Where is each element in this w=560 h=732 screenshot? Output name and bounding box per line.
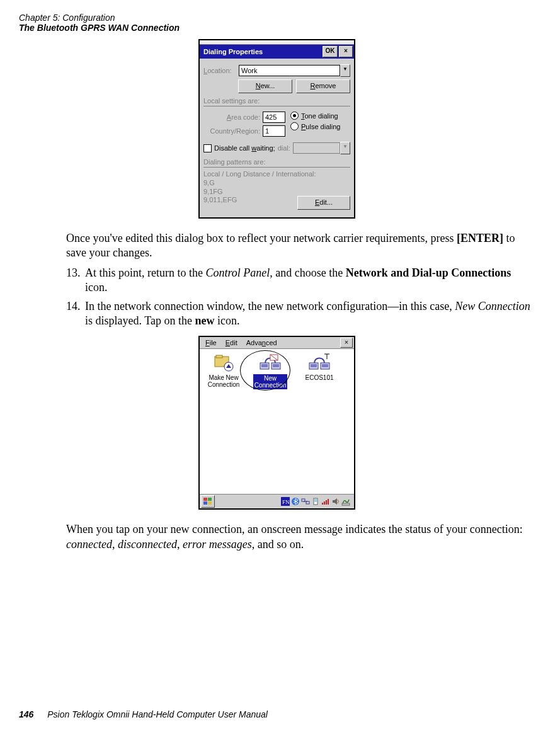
dialog-title: Dialing Properties: [202, 48, 321, 55]
body-paragraph: When you tap on your new connection, an …: [66, 522, 535, 552]
tray-device-icon[interactable]: [311, 497, 320, 506]
svg-text:FN: FN: [282, 499, 290, 505]
svg-rect-24: [306, 501, 309, 504]
area-code-input[interactable]: 425: [263, 112, 285, 123]
svg-rect-11: [311, 364, 317, 367]
taskbar: FN: [200, 494, 354, 508]
page-footer: 146 Psion Teklogix Omnii Hand-Held Compu…: [19, 709, 268, 719]
svg-rect-16: [203, 498, 207, 501]
svg-rect-30: [326, 500, 327, 505]
dial-combo-disabled: [293, 142, 340, 154]
step-13: 13. At this point, return to the Control…: [66, 266, 535, 295]
svg-rect-23: [302, 499, 305, 501]
edit-button[interactable]: Edit...: [297, 196, 350, 210]
make-new-connection-icon[interactable]: Make New Connection: [202, 353, 245, 388]
tray-keyboard-icon[interactable]: [341, 497, 350, 506]
location-label: Location:: [203, 67, 239, 74]
step-14: 14. In the network connection window, th…: [66, 299, 535, 329]
tone-dialing-label: Tone dialing: [301, 112, 338, 120]
svg-rect-1: [216, 355, 222, 358]
tray-network-icon[interactable]: [301, 497, 310, 506]
svg-marker-32: [333, 498, 337, 505]
svg-rect-28: [322, 503, 323, 505]
annotation-circle: [240, 350, 290, 391]
tray-signal-icon[interactable]: [321, 497, 330, 506]
dialing-properties-dialog: Dialing Properties OK × Location: Work ▼…: [198, 39, 355, 219]
body-paragraph: Once you've edited this dialog box to re…: [66, 231, 535, 261]
pulse-dialing-label: Pulse dialing: [301, 123, 340, 130]
pulse-dialing-radio[interactable]: [290, 122, 299, 130]
tray-fn-icon[interactable]: FN: [281, 497, 290, 506]
chevron-down-icon: ▼: [340, 142, 350, 154]
menu-edit[interactable]: Edit: [221, 338, 242, 347]
svg-rect-19: [208, 501, 212, 505]
book-title: Psion Teklogix Omnii Hand-Held Computer …: [47, 709, 268, 719]
dialing-patterns-heading: Dialing patterns are:: [203, 158, 265, 166]
start-button[interactable]: [201, 495, 215, 508]
new-button[interactable]: New...: [238, 79, 292, 93]
ecos101-icon[interactable]: ECOS101: [298, 353, 341, 381]
page-header-section: The Bluetooth GPRS WAN Connection: [19, 23, 535, 33]
page-number: 146: [19, 709, 33, 719]
location-combo[interactable]: Work: [239, 65, 340, 76]
svg-rect-27: [314, 499, 317, 502]
close-button[interactable]: ×: [339, 46, 353, 57]
svg-rect-17: [208, 498, 212, 501]
local-settings-label: Local settings are:: [203, 97, 260, 105]
tray-bluetooth-icon[interactable]: [291, 497, 300, 506]
page-header-chapter: Chapter 5: Configuration: [19, 13, 535, 23]
dial-label: dial:: [278, 144, 290, 152]
ok-button[interactable]: OK: [323, 46, 338, 57]
chevron-down-icon[interactable]: ▼: [340, 64, 350, 77]
svg-rect-18: [203, 501, 207, 505]
disable-call-waiting-label: Disable call waiting;: [214, 144, 275, 152]
menu-advanced[interactable]: Advanced: [242, 338, 282, 347]
menu-file[interactable]: File: [201, 338, 221, 347]
connections-window: File Edit Advanced × Make New Connection: [198, 336, 355, 510]
country-input[interactable]: 1: [263, 125, 285, 137]
svg-rect-13: [322, 364, 328, 367]
remove-button[interactable]: Remove: [296, 79, 350, 93]
svg-rect-31: [328, 499, 329, 505]
svg-rect-33: [342, 503, 350, 505]
tray-volume-icon[interactable]: [331, 497, 340, 506]
close-button[interactable]: ×: [340, 338, 353, 348]
disable-call-waiting-checkbox[interactable]: [203, 144, 212, 152]
svg-rect-29: [324, 501, 325, 505]
country-label: Country/Region:: [210, 127, 261, 135]
tone-dialing-radio[interactable]: [290, 112, 299, 120]
area-code-label: Area code:: [227, 113, 260, 121]
